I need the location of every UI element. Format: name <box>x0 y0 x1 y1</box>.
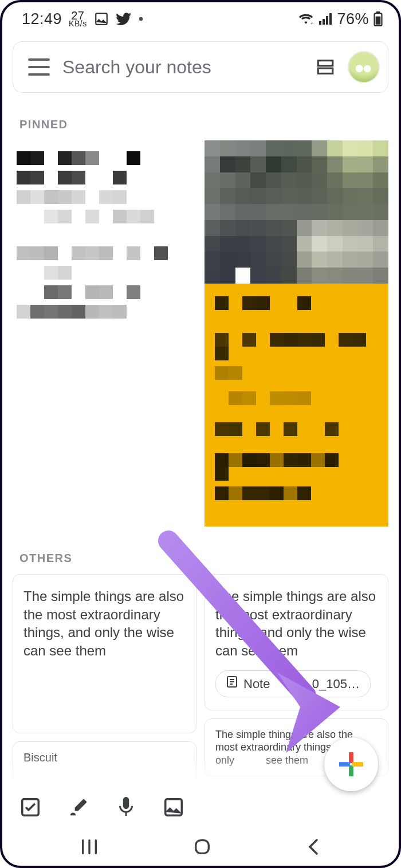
section-pinned-label: PINNED <box>2 93 399 140</box>
menu-icon[interactable] <box>28 58 50 76</box>
new-note-fab[interactable] <box>324 737 378 791</box>
note-title: Biscuit <box>23 750 186 765</box>
status-battery-pct: 76% <box>337 10 369 28</box>
back-button[interactable] <box>305 838 321 855</box>
svg-rect-11 <box>318 68 333 73</box>
home-button[interactable] <box>192 837 212 857</box>
note-text: The simple things are also the most extr… <box>23 588 184 658</box>
bottom-toolbar <box>2 786 399 828</box>
svg-rect-9 <box>376 17 381 25</box>
battery-icon <box>374 11 383 26</box>
svg-rect-19 <box>352 762 363 767</box>
layout-toggle-icon[interactable] <box>316 57 335 77</box>
plus-icon <box>338 751 364 777</box>
note-text: The simple things are also the most extr… <box>215 588 376 658</box>
svg-rect-25 <box>196 840 209 854</box>
svg-rect-17 <box>349 765 353 776</box>
svg-rect-4 <box>323 19 325 25</box>
status-bar: 12:49 27 KB/s + 76% <box>2 2 399 33</box>
note-card[interactable]: The simple things are also the most extr… <box>13 574 196 733</box>
svg-rect-10 <box>318 61 333 66</box>
recents-button[interactable] <box>80 838 99 855</box>
search-bar[interactable]: Search your notes <box>13 41 388 93</box>
note-card[interactable]: The simple things are also the most extr… <box>205 574 388 710</box>
search-placeholder[interactable]: Search your notes <box>62 57 303 78</box>
wifi-icon: + <box>298 13 314 25</box>
note-icon <box>226 675 238 692</box>
svg-point-1 <box>139 17 142 21</box>
dot-icon <box>139 17 143 21</box>
pinned-note-1[interactable] <box>13 140 196 329</box>
twitter-icon <box>116 11 132 27</box>
checklist-icon[interactable] <box>19 796 41 818</box>
signal-icon <box>319 13 332 25</box>
section-others-label: OTHERS <box>2 527 399 574</box>
note-card[interactable]: Biscuit <box>13 741 196 788</box>
svg-rect-5 <box>326 16 328 25</box>
pinned-note-2[interactable] <box>205 140 388 527</box>
svg-rect-16 <box>349 752 353 763</box>
picture-icon <box>94 11 109 26</box>
svg-text:+: + <box>310 20 314 25</box>
svg-rect-6 <box>329 13 332 25</box>
microphone-icon[interactable] <box>116 796 136 819</box>
chip-label: Note 0_105… <box>243 675 360 692</box>
svg-rect-3 <box>319 21 321 25</box>
system-nav-bar <box>2 828 399 866</box>
status-time: 12:49 <box>22 10 62 28</box>
svg-rect-18 <box>339 762 350 767</box>
image-icon[interactable] <box>163 796 184 818</box>
avatar[interactable] <box>348 51 380 83</box>
status-net-speed: 27 KB/s <box>69 11 87 28</box>
attachment-chip[interactable]: Note 0_105… <box>215 670 371 697</box>
brush-icon[interactable] <box>68 796 89 818</box>
